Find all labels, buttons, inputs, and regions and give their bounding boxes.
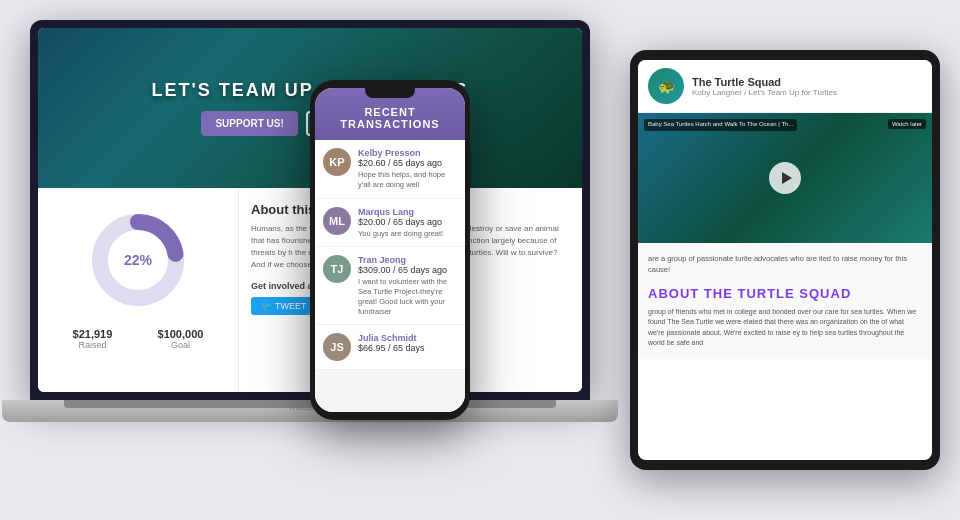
scene: LET'S TEAM UP FOR TURTLES SUPPORT US! CR… xyxy=(0,0,960,520)
transaction-message: I want to volunteer with the Sea Turtle … xyxy=(358,277,457,316)
transaction-item: KP Kelby Presson $20.60 / 65 days ago Ho… xyxy=(315,140,465,199)
transactions-list: KP Kelby Presson $20.60 / 65 days ago Ho… xyxy=(315,140,465,412)
support-button[interactable]: SUPPORT US! xyxy=(201,111,297,136)
phone-header-line2: TRANSACTIONS xyxy=(325,118,455,130)
chart-section: 22% $21,919 Raised $100,000 Goal xyxy=(38,188,238,392)
twitter-icon: 🐦 xyxy=(261,301,272,311)
avatar: KP xyxy=(323,148,351,176)
phone: RECENT TRANSACTIONS KP Kelby Presson $20… xyxy=(310,80,470,420)
raised-label: Raised xyxy=(73,340,113,350)
transaction-name: Julia Schmidt xyxy=(358,333,457,343)
org-avatar: 🐢 xyxy=(648,68,684,104)
avatar: ML xyxy=(323,207,351,235)
transaction-info: Marqus Lang $20.00 / 65 days ago You guy… xyxy=(358,207,457,239)
transaction-name: Marqus Lang xyxy=(358,207,457,217)
play-button[interactable] xyxy=(769,162,801,194)
donut-label: 22% xyxy=(124,252,152,268)
org-subtitle: Koby Langner / Let's Team Up for Turtles xyxy=(692,88,922,97)
org-info: The Turtle Squad Koby Langner / Let's Te… xyxy=(692,76,922,97)
transaction-amount: $309.00 / 65 days ago xyxy=(358,265,457,275)
tweet-button[interactable]: 🐦 TWEET xyxy=(251,297,317,315)
transaction-amount: $20.00 / 65 days ago xyxy=(358,217,457,227)
goal-label: Goal xyxy=(158,340,204,350)
avatar: JS xyxy=(323,333,351,361)
tweet-label: TWEET xyxy=(275,301,307,311)
transaction-info: Julia Schmidt $66.95 / 65 days xyxy=(358,333,457,353)
raised-value: $21,919 xyxy=(73,328,113,340)
transaction-name: Tran Jeong xyxy=(358,255,457,265)
phone-header-line1: RECENT xyxy=(325,106,455,118)
goal-stat: $100,000 Goal xyxy=(158,328,204,350)
tablet: 🐢 The Turtle Squad Koby Langner / Let's … xyxy=(630,50,940,470)
transaction-item: TJ Tran Jeong $309.00 / 65 days ago I wa… xyxy=(315,247,465,325)
tablet-video[interactable]: Baby Sea Turtles Hatch and Walk To The O… xyxy=(638,113,932,243)
tablet-description: are a group of passionate turtle advocat… xyxy=(648,253,922,276)
org-name: The Turtle Squad xyxy=(692,76,922,88)
transaction-message: Hope this helps, and hope y'all are doin… xyxy=(358,170,457,190)
tablet-top-bar: 🐢 The Turtle Squad Koby Langner / Let's … xyxy=(638,60,932,113)
tablet-about-text: group of friends who met in college and … xyxy=(648,307,922,349)
transaction-message: You guys are doing great! xyxy=(358,229,457,239)
avatar: TJ xyxy=(323,255,351,283)
transaction-item: JS Julia Schmidt $66.95 / 65 days xyxy=(315,325,465,370)
transaction-name: Kelby Presson xyxy=(358,148,457,158)
raised-stat: $21,919 Raised xyxy=(73,328,113,350)
phone-notch xyxy=(365,88,415,98)
phone-screen: RECENT TRANSACTIONS KP Kelby Presson $20… xyxy=(315,88,465,412)
phone-outer: RECENT TRANSACTIONS KP Kelby Presson $20… xyxy=(310,80,470,420)
transaction-item: ML Marqus Lang $20.00 / 65 days ago You … xyxy=(315,199,465,248)
goal-value: $100,000 xyxy=(158,328,204,340)
video-label: Baby Sea Turtles Hatch and Walk To The O… xyxy=(644,119,797,131)
transaction-info: Kelby Presson $20.60 / 65 days ago Hope … xyxy=(358,148,457,190)
watch-later-label: Watch later xyxy=(888,119,926,129)
transaction-info: Tran Jeong $309.00 / 65 days ago I want … xyxy=(358,255,457,316)
transaction-amount: $20.60 / 65 days ago xyxy=(358,158,457,168)
tablet-outer: 🐢 The Turtle Squad Koby Langner / Let's … xyxy=(630,50,940,470)
tablet-screen: 🐢 The Turtle Squad Koby Langner / Let's … xyxy=(638,60,932,460)
chart-stats: $21,919 Raised $100,000 Goal xyxy=(50,328,226,350)
tablet-content: are a group of passionate turtle advocat… xyxy=(638,243,932,359)
transaction-amount: $66.95 / 65 days xyxy=(358,343,457,353)
about-squad-title: ABOUT THE TURTLE SQUAD xyxy=(648,286,922,301)
donut-chart: 22% xyxy=(88,210,188,310)
